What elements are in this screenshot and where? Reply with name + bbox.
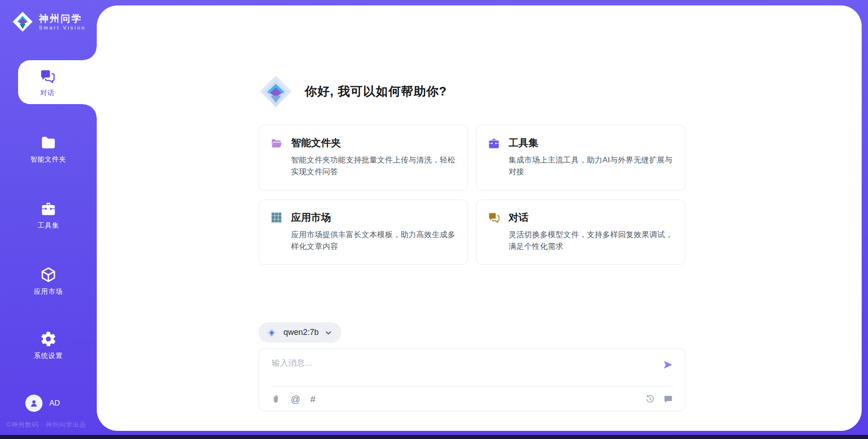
toolbox-icon <box>40 200 57 217</box>
assistant-logo-icon <box>258 73 294 110</box>
folder-open-icon <box>270 137 283 150</box>
composer-right-tools <box>645 394 673 404</box>
paperclip-icon <box>271 394 281 404</box>
user-account[interactable]: AD <box>25 395 60 412</box>
card-title: 对话 <box>509 211 528 224</box>
card-toolbox[interactable]: 工具集 集成市场上主流工具，助力AI与外界无缝扩展与对接 <box>476 125 685 191</box>
model-selector[interactable]: qwen2:7b <box>259 322 341 343</box>
chevron-down-icon <box>325 328 332 337</box>
copyright-footer: ©神州数码 · 神州问学出品 <box>6 421 86 429</box>
mention-button[interactable]: @ <box>291 394 300 404</box>
sidebar-item-settings[interactable]: 系统设置 <box>0 329 97 361</box>
avatar <box>25 395 42 412</box>
sidebar-item-label: 应用市场 <box>34 287 63 296</box>
folder-icon <box>40 134 57 151</box>
sidebar-item-label: 工具集 <box>38 221 59 230</box>
chat-icon <box>487 211 500 224</box>
brand-name: 神州问学 <box>39 13 86 24</box>
send-button[interactable] <box>661 358 674 371</box>
sidebar-item-chat[interactable]: 对话 <box>18 60 97 104</box>
card-app-market[interactable]: 应用市场 应用市场提供丰富长文本模板，助力高效生成多样化文章内容 <box>259 200 468 265</box>
model-name: qwen2:7b <box>283 328 319 337</box>
card-title: 智能文件夹 <box>291 136 341 150</box>
card-header: 对话 <box>487 211 673 224</box>
card-smart-folder[interactable]: 智能文件夹 智能文件夹功能支持批量文件上传与清洗，轻松实现文件问答 <box>259 125 468 191</box>
card-description: 智能文件夹功能支持批量文件上传与清洗，轻松实现文件问答 <box>291 154 456 178</box>
topic-button[interactable]: # <box>310 394 316 404</box>
brand-subtitle: Smart Vision <box>39 25 86 30</box>
bottom-strip <box>0 435 868 439</box>
chat-icon <box>39 67 56 85</box>
card-chat[interactable]: 对话 灵活切换多模型文件，支持多样回复效果调试，满足个性化需求 <box>476 200 685 265</box>
brand: 神州问学 Smart Vision <box>12 11 86 33</box>
mention-icon: @ <box>291 394 300 404</box>
brand-text: 神州问学 Smart Vision <box>39 13 86 30</box>
greeting-title: 你好, 我可以如何帮助你? <box>305 83 447 100</box>
feature-cards: 智能文件夹 智能文件夹功能支持批量文件上传与清洗，轻松实现文件问答 工具集 集成… <box>259 125 685 265</box>
cube-icon <box>40 266 57 283</box>
gear-icon <box>40 330 57 348</box>
sidebar-item-smart-folder[interactable]: 智能文件夹 <box>0 133 97 165</box>
attachment-button[interactable] <box>271 394 281 404</box>
card-header: 智能文件夹 <box>270 136 456 150</box>
sidebar: 神州问学 Smart Vision 对话 <box>0 0 97 439</box>
send-icon <box>661 358 674 371</box>
user-icon <box>28 398 39 409</box>
composer-left-tools: @ # <box>271 394 316 404</box>
card-header: 应用市场 <box>270 211 456 224</box>
user-name: AD <box>49 399 60 408</box>
welcome-header: 你好, 我可以如何帮助你? <box>258 73 447 110</box>
card-title: 工具集 <box>509 136 538 150</box>
brand-logo-icon <box>12 11 33 33</box>
card-description: 灵活切换多模型文件，支持多样回复效果调试，满足个性化需求 <box>509 229 673 253</box>
card-description: 集成市场上主流工具，助力AI与外界无缝扩展与对接 <box>509 154 673 178</box>
history-icon <box>645 394 655 404</box>
card-header: 工具集 <box>487 136 673 150</box>
sidebar-item-label: 智能文件夹 <box>30 155 66 164</box>
main-panel: 你好, 我可以如何帮助你? 智能文件夹 智能文件夹功能支持批量文件上传与清洗，轻… <box>97 5 862 431</box>
grid-icon <box>270 211 283 224</box>
topic-icon: # <box>310 394 316 404</box>
message-input[interactable] <box>259 348 685 383</box>
composer-toolbar: @ # <box>271 387 673 411</box>
model-logo-icon <box>266 327 278 339</box>
card-description: 应用市场提供丰富长文本模板，助力高效生成多样化文章内容 <box>291 229 456 253</box>
conversation-icon <box>663 394 673 404</box>
sidebar-item-toolbox[interactable]: 工具集 <box>0 200 97 230</box>
sidebar-item-label: 对话 <box>40 89 55 97</box>
history-button[interactable] <box>645 394 655 404</box>
card-title: 应用市场 <box>291 211 331 224</box>
composer: @ # <box>259 348 685 411</box>
conversation-button[interactable] <box>663 394 673 404</box>
sidebar-item-label: 系统设置 <box>34 352 63 360</box>
sidebar-item-app-market[interactable]: 应用市场 <box>0 265 97 297</box>
toolbox-icon <box>487 137 500 150</box>
